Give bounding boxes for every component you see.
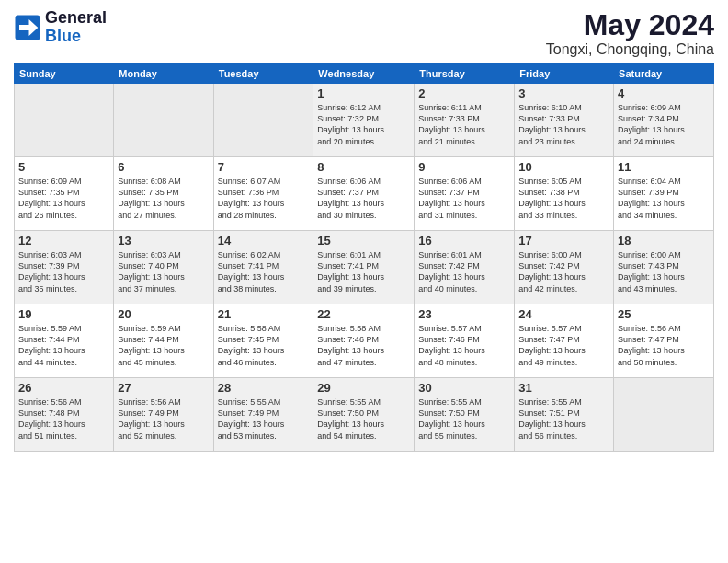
day-info: Sunrise: 5:55 AM Sunset: 7:50 PM Dayligh… — [418, 396, 510, 442]
day-number: 23 — [418, 307, 510, 321]
table-row: 5Sunrise: 6:09 AM Sunset: 7:35 PM Daylig… — [15, 157, 114, 231]
day-number: 15 — [317, 234, 410, 247]
col-wednesday: Wednesday — [313, 64, 415, 84]
table-row: 17Sunrise: 6:00 AM Sunset: 7:42 PM Dayli… — [515, 231, 614, 304]
calendar-week-row: 19Sunrise: 5:59 AM Sunset: 7:44 PM Dayli… — [15, 304, 714, 378]
table-row: 21Sunrise: 5:58 AM Sunset: 7:45 PM Dayli… — [213, 304, 313, 378]
day-number: 1 — [317, 86, 410, 100]
day-number: 28 — [218, 381, 310, 395]
col-thursday: Thursday — [415, 64, 515, 84]
day-info: Sunrise: 5:59 AM Sunset: 7:44 PM Dayligh… — [18, 323, 109, 368]
day-number: 6 — [118, 160, 209, 174]
day-info: Sunrise: 6:00 AM Sunset: 7:42 PM Dayligh… — [518, 249, 609, 294]
table-row: 16Sunrise: 6:01 AM Sunset: 7:42 PM Dayli… — [415, 231, 515, 304]
day-info: Sunrise: 6:12 AM Sunset: 7:32 PM Dayligh… — [317, 102, 410, 147]
day-info: Sunrise: 5:55 AM Sunset: 7:49 PM Dayligh… — [218, 396, 310, 442]
day-info: Sunrise: 5:58 AM Sunset: 7:45 PM Dayligh… — [218, 323, 310, 368]
day-number: 25 — [618, 307, 710, 321]
day-number: 26 — [18, 381, 109, 395]
day-number: 19 — [18, 307, 109, 321]
day-number: 11 — [618, 160, 710, 174]
table-row: 23Sunrise: 5:57 AM Sunset: 7:46 PM Dayli… — [415, 304, 515, 378]
day-number: 7 — [218, 160, 310, 174]
calendar-week-row: 1Sunrise: 6:12 AM Sunset: 7:32 PM Daylig… — [15, 84, 714, 157]
day-number: 16 — [418, 234, 510, 247]
table-row: 28Sunrise: 5:55 AM Sunset: 7:49 PM Dayli… — [213, 378, 313, 452]
day-number: 18 — [618, 234, 710, 247]
day-number: 21 — [218, 307, 310, 321]
subtitle: Tongxi, Chongqing, China — [546, 41, 714, 58]
table-row: 1Sunrise: 6:12 AM Sunset: 7:32 PM Daylig… — [313, 84, 415, 157]
day-info: Sunrise: 5:57 AM Sunset: 7:47 PM Dayligh… — [518, 323, 609, 368]
table-row — [15, 84, 114, 157]
day-info: Sunrise: 5:56 AM Sunset: 7:49 PM Dayligh… — [118, 396, 209, 442]
table-row: 8Sunrise: 6:06 AM Sunset: 7:37 PM Daylig… — [313, 157, 415, 231]
day-info: Sunrise: 6:03 AM Sunset: 7:39 PM Dayligh… — [18, 249, 109, 294]
calendar-week-row: 5Sunrise: 6:09 AM Sunset: 7:35 PM Daylig… — [15, 157, 714, 231]
col-tuesday: Tuesday — [213, 64, 313, 84]
calendar-week-row: 12Sunrise: 6:03 AM Sunset: 7:39 PM Dayli… — [15, 231, 714, 304]
logo: General Blue — [14, 9, 107, 46]
table-row: 20Sunrise: 5:59 AM Sunset: 7:44 PM Dayli… — [114, 304, 213, 378]
table-row: 19Sunrise: 5:59 AM Sunset: 7:44 PM Dayli… — [15, 304, 114, 378]
table-row: 2Sunrise: 6:11 AM Sunset: 7:33 PM Daylig… — [415, 84, 515, 157]
col-monday: Monday — [114, 64, 213, 84]
table-row: 12Sunrise: 6:03 AM Sunset: 7:39 PM Dayli… — [15, 231, 114, 304]
day-info: Sunrise: 6:03 AM Sunset: 7:40 PM Dayligh… — [118, 249, 209, 294]
day-info: Sunrise: 5:56 AM Sunset: 7:48 PM Dayligh… — [18, 396, 109, 442]
day-number: 10 — [518, 160, 609, 174]
day-number: 13 — [118, 234, 209, 247]
table-row: 31Sunrise: 5:55 AM Sunset: 7:51 PM Dayli… — [515, 378, 614, 452]
table-row: 9Sunrise: 6:06 AM Sunset: 7:37 PM Daylig… — [415, 157, 515, 231]
day-number: 27 — [118, 381, 209, 395]
table-row — [114, 84, 213, 157]
table-row: 30Sunrise: 5:55 AM Sunset: 7:50 PM Dayli… — [415, 378, 515, 452]
table-row: 11Sunrise: 6:04 AM Sunset: 7:39 PM Dayli… — [614, 157, 714, 231]
day-number: 2 — [418, 86, 510, 100]
day-number: 3 — [518, 86, 609, 100]
table-row: 27Sunrise: 5:56 AM Sunset: 7:49 PM Dayli… — [114, 378, 213, 452]
calendar-header-row: Sunday Monday Tuesday Wednesday Thursday… — [15, 64, 714, 84]
table-row: 14Sunrise: 6:02 AM Sunset: 7:41 PM Dayli… — [213, 231, 313, 304]
col-friday: Friday — [515, 64, 614, 84]
day-info: Sunrise: 6:05 AM Sunset: 7:38 PM Dayligh… — [518, 176, 609, 221]
day-info: Sunrise: 6:00 AM Sunset: 7:43 PM Dayligh… — [618, 249, 710, 294]
day-number: 14 — [218, 234, 310, 247]
table-row: 10Sunrise: 6:05 AM Sunset: 7:38 PM Dayli… — [515, 157, 614, 231]
day-info: Sunrise: 6:08 AM Sunset: 7:35 PM Dayligh… — [118, 176, 209, 221]
table-row: 25Sunrise: 5:56 AM Sunset: 7:47 PM Dayli… — [614, 304, 714, 378]
logo-text: General Blue — [45, 9, 107, 46]
day-info: Sunrise: 6:01 AM Sunset: 7:42 PM Dayligh… — [418, 249, 510, 294]
day-info: Sunrise: 6:06 AM Sunset: 7:37 PM Dayligh… — [317, 176, 410, 221]
header: General Blue May 2024 Tongxi, Chongqing,… — [14, 9, 714, 58]
day-number: 8 — [317, 160, 410, 174]
day-number: 4 — [618, 86, 710, 100]
day-info: Sunrise: 6:04 AM Sunset: 7:39 PM Dayligh… — [618, 176, 710, 221]
table-row: 26Sunrise: 5:56 AM Sunset: 7:48 PM Dayli… — [15, 378, 114, 452]
table-row: 4Sunrise: 6:09 AM Sunset: 7:34 PM Daylig… — [614, 84, 714, 157]
title-block: May 2024 Tongxi, Chongqing, China — [546, 9, 714, 58]
col-saturday: Saturday — [614, 64, 714, 84]
day-number: 20 — [118, 307, 209, 321]
day-number: 12 — [18, 234, 109, 247]
day-info: Sunrise: 5:59 AM Sunset: 7:44 PM Dayligh… — [118, 323, 209, 368]
day-info: Sunrise: 6:07 AM Sunset: 7:36 PM Dayligh… — [218, 176, 310, 221]
page: General Blue May 2024 Tongxi, Chongqing,… — [0, 0, 728, 563]
day-info: Sunrise: 6:09 AM Sunset: 7:35 PM Dayligh… — [18, 176, 109, 221]
day-number: 17 — [518, 234, 609, 247]
day-number: 31 — [518, 381, 609, 395]
calendar-table: Sunday Monday Tuesday Wednesday Thursday… — [14, 63, 714, 452]
table-row: 18Sunrise: 6:00 AM Sunset: 7:43 PM Dayli… — [614, 231, 714, 304]
day-number: 9 — [418, 160, 510, 174]
table-row: 22Sunrise: 5:58 AM Sunset: 7:46 PM Dayli… — [313, 304, 415, 378]
col-sunday: Sunday — [15, 64, 114, 84]
table-row: 24Sunrise: 5:57 AM Sunset: 7:47 PM Dayli… — [515, 304, 614, 378]
table-row: 3Sunrise: 6:10 AM Sunset: 7:33 PM Daylig… — [515, 84, 614, 157]
day-info: Sunrise: 5:55 AM Sunset: 7:50 PM Dayligh… — [317, 396, 410, 442]
day-number: 30 — [418, 381, 510, 395]
table-row: 7Sunrise: 6:07 AM Sunset: 7:36 PM Daylig… — [213, 157, 313, 231]
main-title: May 2024 — [546, 9, 714, 41]
day-info: Sunrise: 5:56 AM Sunset: 7:47 PM Dayligh… — [618, 323, 710, 368]
day-info: Sunrise: 6:09 AM Sunset: 7:34 PM Dayligh… — [618, 102, 710, 147]
day-number: 29 — [317, 381, 410, 395]
